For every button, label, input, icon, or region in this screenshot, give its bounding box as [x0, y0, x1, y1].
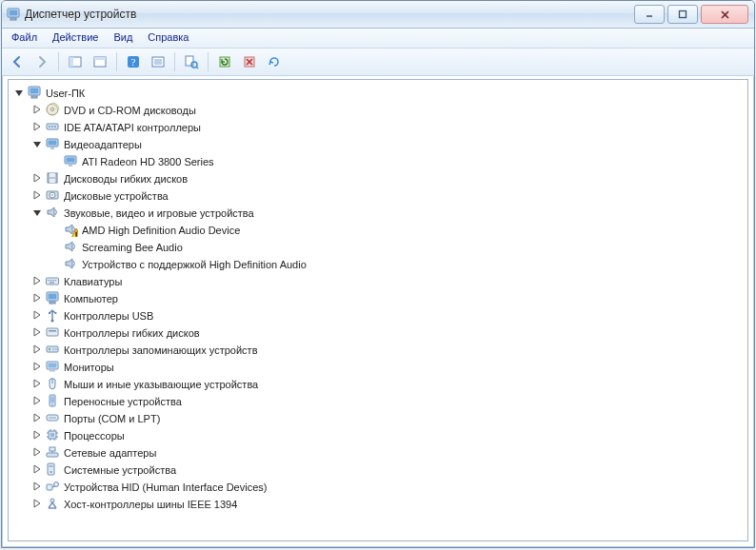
- tree-item[interactable]: Дисководы гибких дисков: [10, 169, 746, 187]
- sound-icon: [63, 239, 78, 254]
- toolbar-update-driver[interactable]: [213, 50, 236, 73]
- tree-item[interactable]: Клавиатуры: [10, 272, 746, 289]
- expand-toggle[interactable]: [31, 447, 42, 458]
- device-tree-pane[interactable]: User-ПКDVD и CD-ROM дисководыIDE ATA/ATA…: [8, 79, 748, 541]
- toolbar-action-list[interactable]: [147, 50, 169, 73]
- expand-toggle[interactable]: [31, 190, 42, 201]
- toolbar-refresh[interactable]: [263, 50, 286, 73]
- toolbar-forward-button[interactable]: [30, 50, 53, 73]
- usb-icon: [45, 307, 60, 323]
- toolbar-scan-hardware[interactable]: [180, 50, 203, 73]
- expand-toggle[interactable]: [31, 122, 42, 132]
- tree-item[interactable]: ATI Radeon HD 3800 Series: [10, 152, 746, 169]
- scan-icon: [184, 54, 199, 69]
- expand-toggle[interactable]: [31, 276, 42, 286]
- refresh-icon: [267, 54, 282, 69]
- floppy-icon: [45, 170, 60, 186]
- expand-toggle[interactable]: [31, 464, 42, 475]
- tree-item[interactable]: Screaming Bee Audio: [10, 238, 746, 255]
- tree-item[interactable]: Видеоадаптеры: [10, 135, 746, 152]
- hdd-icon: [45, 187, 60, 203]
- display-icon: [63, 153, 78, 168]
- list-icon: [150, 54, 166, 69]
- toolbar-separator: [58, 52, 59, 71]
- tree-item-label: Дисковые устройства: [64, 189, 169, 202]
- tree-item-label: Мониторы: [64, 361, 114, 373]
- keyboard-icon: [45, 273, 60, 288]
- close-button[interactable]: [701, 5, 748, 24]
- expand-toggle[interactable]: [31, 173, 42, 184]
- menu-help[interactable]: Справка: [140, 29, 196, 48]
- computer-icon: [27, 85, 42, 100]
- arrow-right-icon: [34, 54, 50, 69]
- tree-item[interactable]: Устройства HID (Human Interface Devices): [10, 478, 746, 495]
- expand-toggle[interactable]: [31, 139, 42, 149]
- expand-toggle[interactable]: [31, 362, 42, 372]
- tree-item[interactable]: Дисковые устройства: [10, 187, 746, 204]
- expand-toggle[interactable]: [13, 88, 24, 98]
- tree-item[interactable]: AMD High Definition Audio Device: [10, 221, 746, 238]
- tree-item[interactable]: Хост-контроллеры шины IEEE 1394: [10, 495, 746, 512]
- minimize-button[interactable]: [634, 5, 665, 24]
- expand-toggle[interactable]: [31, 327, 42, 338]
- tree-item[interactable]: IDE ATA/ATAPI контроллеры: [10, 118, 746, 135]
- mouse-icon: [45, 376, 60, 391]
- toolbar-properties[interactable]: [89, 50, 111, 73]
- expand-toggle[interactable]: [31, 430, 42, 441]
- tree-item[interactable]: Порты (COM и LPT): [10, 409, 746, 426]
- portable-icon: [45, 393, 60, 408]
- toolbar-help-button[interactable]: [122, 50, 145, 73]
- tree-item[interactable]: Мониторы: [10, 358, 746, 375]
- tree-item[interactable]: Компьютер: [10, 289, 746, 306]
- tree-item-label: Компьютер: [64, 292, 118, 304]
- window-title: Диспетчер устройств: [25, 8, 136, 21]
- toolbar-back-button[interactable]: [6, 50, 29, 73]
- expand-toggle[interactable]: [31, 310, 42, 321]
- expand-toggle[interactable]: [31, 105, 42, 115]
- tree-item[interactable]: Контроллеры USB: [10, 306, 746, 324]
- tree-item-label: IDE ATA/ATAPI контроллеры: [64, 121, 201, 133]
- net-icon: [45, 444, 60, 460]
- maximize-button[interactable]: [667, 5, 698, 24]
- expand-toggle[interactable]: [31, 396, 42, 406]
- uninstall-icon: [242, 54, 257, 69]
- tree-item[interactable]: Системные устройства: [10, 461, 746, 478]
- tree-item-label: Контроллеры запоминающих устройств: [64, 344, 257, 356]
- arrow-left-icon: [10, 54, 25, 69]
- menu-file[interactable]: Файл: [4, 29, 45, 48]
- expand-toggle[interactable]: [31, 499, 42, 509]
- tree-item[interactable]: Контроллеры запоминающих устройств: [10, 341, 746, 358]
- sound-icon: [45, 205, 60, 220]
- tree-item[interactable]: Устройство с поддержкой High Definition …: [10, 255, 746, 272]
- tree-item-label: Системные устройства: [64, 463, 176, 476]
- tree-item-label: Видеоадаптеры: [64, 138, 142, 150]
- toolbar-show-hide-tree[interactable]: [64, 50, 87, 73]
- tree-item-label: Мыши и иные указывающие устройства: [64, 378, 258, 390]
- expand-toggle[interactable]: [31, 293, 42, 304]
- tree-item[interactable]: DVD и CD-ROM дисководы: [10, 101, 746, 118]
- tree-item-label: Хост-контроллеры шины IEEE 1394: [64, 498, 237, 510]
- expand-toggle[interactable]: [31, 481, 42, 492]
- expand-toggle[interactable]: [31, 379, 42, 389]
- toolbar-uninstall[interactable]: [238, 50, 261, 73]
- update-icon: [217, 54, 232, 69]
- system-icon: [45, 462, 60, 477]
- toolbar-separator: [174, 52, 175, 71]
- tree-root[interactable]: User-ПК: [10, 84, 746, 101]
- tree-item[interactable]: Звуковые, видео и игровые устройства: [10, 204, 746, 221]
- tree-item[interactable]: Сетевые адаптеры: [10, 443, 746, 461]
- menu-view[interactable]: Вид: [106, 29, 140, 48]
- tree-item[interactable]: Процессоры: [10, 426, 746, 443]
- expand-toggle[interactable]: [31, 207, 42, 218]
- display-icon: [45, 136, 60, 151]
- app-icon: [6, 7, 21, 22]
- menu-action[interactable]: Действие: [45, 29, 106, 48]
- tree-item[interactable]: Мыши и иные указывающие устройства: [10, 375, 746, 392]
- tree-item-label: Контроллеры USB: [64, 309, 153, 322]
- device-manager-window: Диспетчер устройств Файл Действие Вид Сп…: [1, 0, 755, 548]
- expand-toggle[interactable]: [31, 344, 42, 355]
- tree-item[interactable]: Переносные устройства: [10, 392, 746, 409]
- expand-toggle[interactable]: [31, 413, 42, 423]
- sound-icon: [63, 222, 78, 237]
- tree-item[interactable]: Контроллеры гибких дисков: [10, 324, 746, 341]
